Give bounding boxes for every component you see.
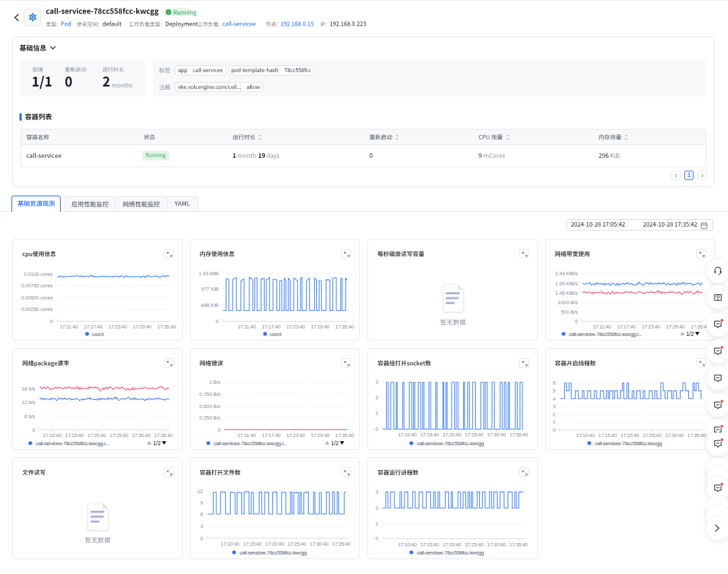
svg-text:17:29:40: 17:29:40 bbox=[133, 324, 152, 331]
svg-text:17:30:40: 17:30:40 bbox=[487, 432, 506, 438]
svg-text:used: used bbox=[270, 331, 281, 337]
svg-text:17:23:40: 17:23:40 bbox=[286, 432, 305, 438]
svg-text:17:15:40: 17:15:40 bbox=[243, 541, 262, 547]
svg-text:12: 12 bbox=[197, 488, 202, 494]
svg-text:17:29:40: 17:29:40 bbox=[311, 432, 330, 438]
svg-text:17:11:40: 17:11:40 bbox=[237, 324, 255, 331]
svg-text:17:20:40: 17:20:40 bbox=[442, 542, 461, 548]
svg-text:0.00500 cores: 0.00500 cores bbox=[21, 295, 53, 301]
svg-text:17:17:40: 17:17:40 bbox=[262, 324, 280, 331]
svg-text:call-servicee-78cc558fcc-kwcgg: call-servicee-78cc558fcc-kwcgg-i... bbox=[214, 440, 287, 447]
svg-text:6: 6 bbox=[200, 511, 202, 517]
svg-text:17:35:40: 17:35:40 bbox=[335, 324, 354, 331]
svg-text:17:23:40: 17:23:40 bbox=[641, 324, 660, 331]
svg-text:0.0100 cores: 0.0100 cores bbox=[24, 271, 53, 277]
svg-text:17:15:40: 17:15:40 bbox=[420, 432, 439, 438]
svg-text:2.44 KiB/s: 2.44 KiB/s bbox=[555, 271, 578, 277]
svg-text:1.95 KiB/s: 1.95 KiB/s bbox=[555, 281, 578, 287]
svg-text:17:35:40: 17:35:40 bbox=[687, 432, 706, 438]
svg-text:0.00250 cores: 0.00250 cores bbox=[21, 306, 53, 312]
svg-text:17:10:40: 17:10:40 bbox=[398, 432, 417, 438]
svg-text:0.250 B/s: 0.250 B/s bbox=[199, 415, 220, 421]
svg-text:17:35:40: 17:35:40 bbox=[154, 432, 173, 438]
svg-text:used: used bbox=[92, 331, 103, 337]
svg-text:1/2: 1/2 bbox=[331, 440, 339, 447]
svg-text:3: 3 bbox=[375, 489, 378, 495]
svg-text:call-servicee-78cc558fcc-kwcgg: call-servicee-78cc558fcc-kwcgg bbox=[417, 550, 483, 556]
svg-text:1.46 KiB/s: 1.46 KiB/s bbox=[555, 290, 578, 296]
svg-text:17:30:40: 17:30:40 bbox=[131, 432, 150, 438]
svg-text:17:15:40: 17:15:40 bbox=[65, 432, 84, 438]
svg-text:17:25:40: 17:25:40 bbox=[464, 432, 483, 438]
svg-text:17:35:40: 17:35:40 bbox=[332, 541, 351, 547]
svg-text:17:30:40: 17:30:40 bbox=[665, 432, 684, 438]
svg-text:17:25:40: 17:25:40 bbox=[642, 432, 661, 438]
svg-text:2: 2 bbox=[375, 395, 378, 401]
svg-text:17:29:40: 17:29:40 bbox=[311, 324, 330, 331]
svg-text:2: 2 bbox=[375, 505, 378, 511]
svg-text:0.500 B/s: 0.500 B/s bbox=[199, 403, 220, 409]
svg-text:0.00750 cores: 0.00750 cores bbox=[21, 283, 53, 289]
svg-text:977 KiB: 977 KiB bbox=[201, 286, 218, 292]
svg-text:0: 0 bbox=[375, 426, 378, 432]
svg-text:17:15:40: 17:15:40 bbox=[420, 542, 439, 548]
svg-text:call-servicee-78cc558fcc-kwcgg: call-servicee-78cc558fcc-kwcgg bbox=[595, 440, 661, 447]
svg-text:17:17:40: 17:17:40 bbox=[84, 324, 102, 331]
svg-text:17:20:40: 17:20:40 bbox=[87, 432, 106, 438]
svg-text:17:20:40: 17:20:40 bbox=[620, 432, 639, 438]
svg-text:call-servicee-78cc558fcc-kwcgg: call-servicee-78cc558fcc-kwcgg bbox=[239, 550, 306, 556]
svg-text:17:17:40: 17:17:40 bbox=[617, 324, 636, 331]
svg-text:5: 5 bbox=[552, 388, 555, 394]
svg-text:17:30:40: 17:30:40 bbox=[309, 541, 328, 547]
svg-text:500 B/s: 500 B/s bbox=[560, 310, 577, 316]
svg-text:3: 3 bbox=[375, 379, 378, 385]
svg-text:17:35:40: 17:35:40 bbox=[157, 324, 176, 331]
svg-text:17:20:40: 17:20:40 bbox=[265, 541, 284, 547]
svg-text:6: 6 bbox=[552, 380, 555, 386]
svg-text:1/2: 1/2 bbox=[686, 331, 694, 337]
svg-text:3: 3 bbox=[552, 403, 555, 409]
svg-text:0: 0 bbox=[50, 318, 53, 324]
svg-text:17:29:40: 17:29:40 bbox=[666, 324, 685, 331]
svg-text:3: 3 bbox=[200, 523, 202, 529]
svg-text:0: 0 bbox=[552, 427, 555, 433]
svg-text:17:10:40: 17:10:40 bbox=[220, 541, 239, 547]
svg-text:1000 B/s: 1000 B/s bbox=[557, 300, 577, 306]
svg-text:17:35:40: 17:35:40 bbox=[509, 542, 528, 548]
svg-text:0: 0 bbox=[32, 427, 35, 433]
svg-text:9: 9 bbox=[200, 500, 202, 506]
svg-text:17:35:40: 17:35:40 bbox=[509, 432, 528, 438]
svg-text:17:11:40: 17:11:40 bbox=[59, 324, 78, 331]
svg-text:488 KiB: 488 KiB bbox=[201, 302, 218, 308]
svg-text:call-servicee-78cc558fcc-kwcgg: call-servicee-78cc558fcc-kwcgg-i... bbox=[569, 331, 642, 337]
svg-text:0: 0 bbox=[375, 536, 378, 542]
svg-text:18 b/s: 18 b/s bbox=[22, 386, 35, 392]
svg-text:0: 0 bbox=[215, 318, 218, 324]
svg-text:4: 4 bbox=[552, 396, 555, 402]
svg-text:17:25:40: 17:25:40 bbox=[464, 542, 483, 548]
svg-text:0: 0 bbox=[217, 427, 220, 433]
svg-text:17:11:40: 17:11:40 bbox=[593, 324, 611, 331]
svg-text:17:25:40: 17:25:40 bbox=[287, 541, 306, 547]
svg-text:6 b/s: 6 b/s bbox=[24, 413, 35, 420]
svg-text:1: 1 bbox=[552, 419, 555, 425]
svg-text:17:17:40: 17:17:40 bbox=[262, 432, 280, 438]
svg-text:1: 1 bbox=[375, 521, 378, 527]
svg-text:17:25:40: 17:25:40 bbox=[109, 432, 128, 438]
svg-text:17:10:40: 17:10:40 bbox=[42, 432, 61, 438]
svg-text:17:10:40: 17:10:40 bbox=[576, 432, 595, 438]
svg-text:0.750 B/s: 0.750 B/s bbox=[199, 391, 220, 397]
svg-text:1 B/s: 1 B/s bbox=[209, 379, 220, 385]
svg-text:17:30:40: 17:30:40 bbox=[487, 542, 506, 548]
svg-text:17:20:40: 17:20:40 bbox=[442, 432, 461, 438]
svg-text:17:15:40: 17:15:40 bbox=[598, 432, 617, 438]
svg-text:call-servicee-78cc558fcc-kwcgg: call-servicee-78cc558fcc-kwcgg bbox=[417, 440, 483, 447]
svg-text:17:35:40: 17:35:40 bbox=[335, 432, 354, 438]
svg-text:call-servicee-78cc558fcc-kwcgg: call-servicee-78cc558fcc-kwcgg-i... bbox=[36, 440, 109, 447]
svg-text:12 b/s: 12 b/s bbox=[22, 399, 35, 405]
svg-text:0: 0 bbox=[200, 536, 202, 542]
svg-text:1/2: 1/2 bbox=[153, 440, 161, 447]
svg-text:1: 1 bbox=[375, 410, 378, 416]
svg-text:17:11:40: 17:11:40 bbox=[237, 432, 255, 438]
svg-text:17:23:40: 17:23:40 bbox=[286, 324, 305, 331]
